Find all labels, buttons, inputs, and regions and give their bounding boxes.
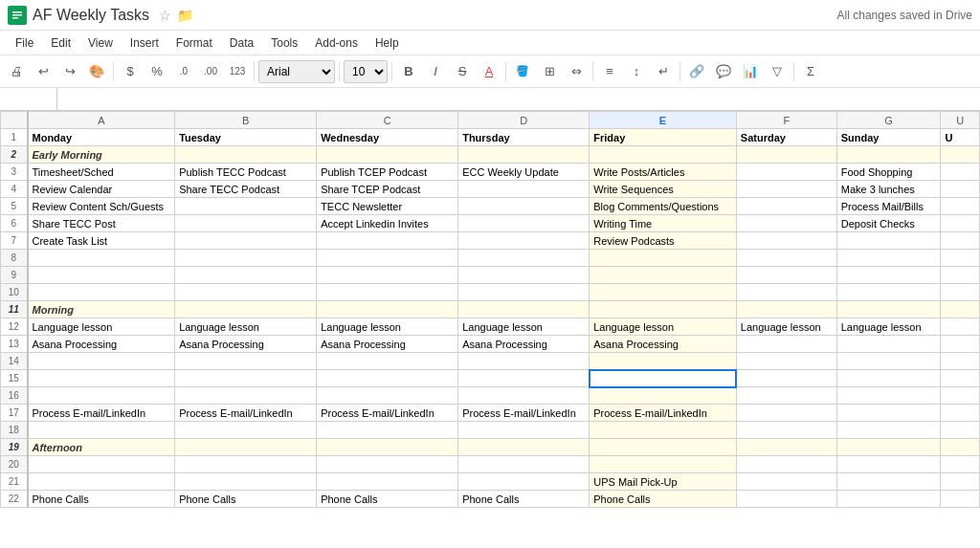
cell[interactable]: Thursday: [458, 129, 590, 146]
cell[interactable]: [941, 370, 980, 387]
cell[interactable]: Asana Processing: [590, 336, 737, 353]
cell[interactable]: [941, 439, 980, 456]
chart-button[interactable]: 📊: [738, 59, 763, 84]
cell[interactable]: [736, 405, 836, 422]
cell[interactable]: [28, 267, 175, 284]
cell[interactable]: Tuesday: [175, 129, 317, 146]
comment-button[interactable]: 💬: [711, 59, 736, 84]
cell[interactable]: [317, 439, 458, 456]
cell[interactable]: [836, 491, 941, 508]
underline-button[interactable]: A: [477, 59, 501, 84]
cell[interactable]: Language lesson: [736, 318, 836, 336]
cell[interactable]: Friday: [590, 129, 737, 146]
cell[interactable]: Timesheet/Sched: [28, 164, 175, 181]
undo-button[interactable]: ↩: [31, 59, 56, 84]
cell[interactable]: Language lesson: [175, 318, 317, 336]
cell[interactable]: [590, 456, 737, 473]
cell[interactable]: Phone Calls: [590, 491, 737, 508]
cell[interactable]: Deposit Checks: [836, 215, 941, 232]
cell[interactable]: Process E-mail/LinkedIn: [317, 405, 458, 422]
cell[interactable]: UPS Mail Pick-Up: [590, 473, 737, 491]
cell[interactable]: Review Content Sch/Guests: [28, 198, 175, 215]
cell[interactable]: [28, 387, 175, 405]
cell[interactable]: [836, 250, 941, 267]
menu-addons[interactable]: Add-ons: [307, 34, 366, 52]
col-header-u[interactable]: U: [941, 112, 980, 129]
cell[interactable]: Review Calendar: [28, 181, 175, 198]
cell[interactable]: [736, 267, 836, 284]
cell[interactable]: [317, 370, 458, 387]
cell[interactable]: [736, 250, 836, 267]
cell[interactable]: [458, 439, 590, 456]
cell[interactable]: [317, 473, 458, 491]
col-header-a[interactable]: A: [28, 112, 175, 129]
align-button[interactable]: ≡: [597, 59, 622, 84]
cell[interactable]: [28, 473, 175, 491]
cell[interactable]: Create Task List: [28, 232, 175, 250]
cell[interactable]: ECC Weekly Update: [458, 164, 590, 181]
cell[interactable]: [941, 164, 980, 181]
cell[interactable]: [175, 456, 317, 473]
cell[interactable]: [941, 318, 980, 336]
cell[interactable]: Language lesson: [28, 318, 175, 336]
cell[interactable]: [941, 284, 980, 301]
cell[interactable]: [458, 353, 590, 370]
cell[interactable]: [175, 370, 317, 387]
cell[interactable]: Wednesday: [317, 129, 458, 146]
cell[interactable]: [836, 353, 941, 370]
cell[interactable]: Publish TCEP Podcast: [317, 164, 458, 181]
percent-button[interactable]: %: [145, 59, 169, 84]
cell[interactable]: [175, 232, 317, 250]
cell[interactable]: [941, 198, 980, 215]
cell[interactable]: [941, 491, 980, 508]
cell[interactable]: [317, 387, 458, 405]
format-123-button[interactable]: 123: [225, 59, 250, 84]
cell[interactable]: [458, 387, 590, 405]
cell[interactable]: [736, 473, 836, 491]
cell[interactable]: [941, 301, 980, 318]
cell[interactable]: [317, 250, 458, 267]
cell[interactable]: [736, 181, 836, 198]
cell[interactable]: [941, 250, 980, 267]
cell[interactable]: [28, 422, 175, 439]
folder-icon[interactable]: 📁: [177, 8, 193, 23]
cell[interactable]: [590, 370, 737, 387]
wrap-button[interactable]: ↵: [651, 59, 676, 84]
cell[interactable]: [458, 250, 590, 267]
cell[interactable]: Review Podcasts: [590, 232, 737, 250]
cell[interactable]: [317, 353, 458, 370]
cell[interactable]: [458, 232, 590, 250]
cell[interactable]: [941, 267, 980, 284]
cell[interactable]: [317, 284, 458, 301]
cell[interactable]: [941, 232, 980, 250]
decrease-decimal-button[interactable]: .0: [171, 59, 196, 84]
cell[interactable]: [941, 181, 980, 198]
cell[interactable]: [736, 146, 836, 164]
fill-color-button[interactable]: 🪣: [510, 59, 535, 84]
cell[interactable]: Asana Processing: [28, 336, 175, 353]
cell[interactable]: [836, 439, 941, 456]
cell[interactable]: Food Shopping: [836, 164, 941, 181]
cell[interactable]: [317, 267, 458, 284]
cell[interactable]: [317, 232, 458, 250]
cell[interactable]: Share TECC Podcast: [175, 181, 317, 198]
menu-insert[interactable]: Insert: [122, 34, 167, 52]
cell[interactable]: [28, 456, 175, 473]
cell[interactable]: [836, 422, 941, 439]
cell[interactable]: [736, 198, 836, 215]
cell[interactable]: [458, 284, 590, 301]
currency-button[interactable]: $: [118, 59, 143, 84]
cell[interactable]: [836, 473, 941, 491]
menu-tools[interactable]: Tools: [263, 34, 305, 52]
cell[interactable]: [458, 456, 590, 473]
strikethrough-button[interactable]: S: [450, 59, 475, 84]
cell[interactable]: [28, 284, 175, 301]
cell[interactable]: Share TECC Post: [28, 215, 175, 232]
cell[interactable]: [941, 353, 980, 370]
cell[interactable]: [175, 250, 317, 267]
cell[interactable]: [941, 405, 980, 422]
formula-input[interactable]: [57, 88, 980, 110]
cell[interactable]: [317, 146, 458, 164]
cell[interactable]: Writing Time: [590, 215, 737, 232]
cell[interactable]: Process E-mail/LinkedIn: [590, 405, 737, 422]
